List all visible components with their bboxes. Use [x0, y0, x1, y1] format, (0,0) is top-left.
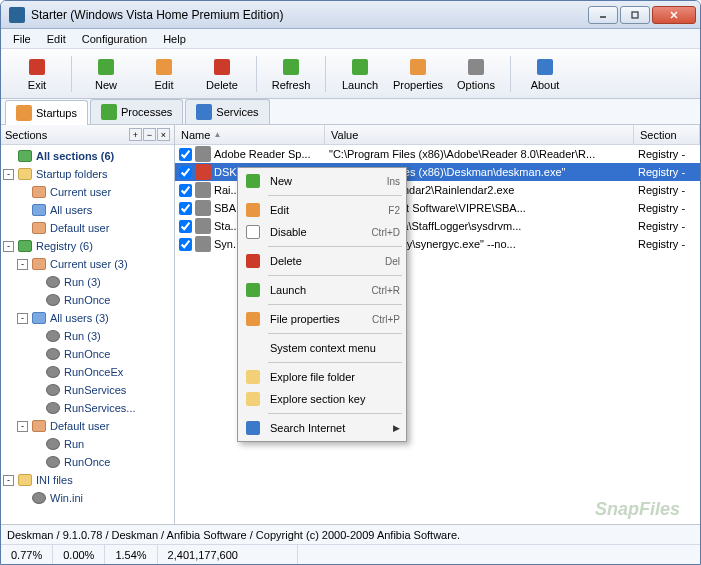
tree-node[interactable]: -Default user [3, 417, 172, 435]
list-row[interactable]: Adobe Reader Sp..."C:\Program Files (x86… [175, 145, 700, 163]
row-checkbox[interactable] [179, 184, 192, 197]
watermark-text: SnapFiles [595, 499, 680, 520]
maximize-button[interactable] [620, 6, 650, 24]
collapse-all-button[interactable]: − [143, 128, 156, 141]
gear-icon [45, 383, 61, 397]
tool-label: Edit [155, 79, 174, 91]
close-button[interactable] [652, 6, 696, 24]
tree-node[interactable]: Run (3) [3, 327, 172, 345]
tree-node[interactable]: -Registry (6) [3, 237, 172, 255]
tab-startups[interactable]: Startups [5, 100, 88, 125]
sections-header: Sections + − × [1, 125, 174, 145]
tool-delete[interactable]: Delete [194, 52, 250, 96]
ctx-launch[interactable]: LaunchCtrl+R [240, 279, 404, 301]
expand-all-button[interactable]: + [129, 128, 142, 141]
tree-toggle-icon[interactable]: - [3, 241, 14, 252]
col-value[interactable]: Value [325, 125, 634, 144]
close-panel-button[interactable]: × [157, 128, 170, 141]
col-section[interactable]: Section [634, 125, 700, 144]
tool-launch[interactable]: Launch [332, 52, 388, 96]
row-checkbox[interactable] [179, 148, 192, 161]
tree-node[interactable]: RunOnce [3, 291, 172, 309]
ctx-explore-section-key[interactable]: Explore section key [240, 388, 404, 410]
menu-separator [268, 333, 402, 334]
main-area: Sections + − × All sections (6)-Startup … [1, 125, 700, 524]
tree-node[interactable]: RunOnce [3, 345, 172, 363]
ctx-label: Disable [270, 226, 371, 238]
ctx-file-properties[interactable]: File propertiesCtrl+P [240, 308, 404, 330]
row-value: "C:\Program Files (x86)\Adobe\Reader 8.0… [325, 148, 634, 160]
tree-node[interactable]: Win.ini [3, 489, 172, 507]
meter-3: 1.54% [105, 545, 157, 564]
minimize-button[interactable] [588, 6, 618, 24]
tree-label: All users [50, 204, 92, 216]
tree-node[interactable]: Default user [3, 219, 172, 237]
tool-edit[interactable]: Edit [136, 52, 192, 96]
tree-node[interactable]: RunServices... [3, 399, 172, 417]
tree-node[interactable]: -Startup folders [3, 165, 172, 183]
list-body[interactable]: Adobe Reader Sp..."C:\Program Files (x86… [175, 145, 700, 524]
sections-title: Sections [5, 129, 129, 141]
ctx-system-context-menu[interactable]: System context menu [240, 337, 404, 359]
gear-icon [45, 293, 61, 307]
tree-label: RunOnce [64, 348, 110, 360]
tab-label: Startups [36, 107, 77, 119]
menu-configuration[interactable]: Configuration [74, 31, 155, 47]
ctx-new[interactable]: NewIns [240, 170, 404, 192]
user-icon [31, 419, 47, 433]
reg-icon [17, 239, 33, 253]
tree-toggle-icon[interactable]: - [3, 169, 14, 180]
tree-node[interactable]: All users [3, 201, 172, 219]
tool-options[interactable]: Options [448, 52, 504, 96]
tree-node[interactable]: -All users (3) [3, 309, 172, 327]
blue-icon [244, 419, 262, 437]
menu-help[interactable]: Help [155, 31, 194, 47]
col-name[interactable]: Name ▲ [175, 125, 325, 144]
tree-node[interactable]: Run (3) [3, 273, 172, 291]
row-section: Registry - [634, 220, 700, 232]
tree-node[interactable]: Run [3, 435, 172, 453]
titlebar[interactable]: Starter (Windows Vista Home Premium Edit… [1, 1, 700, 29]
status-bar-info: Deskman / 9.1.0.78 / Deskman / Anfibia S… [1, 524, 700, 544]
tree-node[interactable]: Current user [3, 183, 172, 201]
tab-services[interactable]: Services [185, 99, 269, 124]
tool-properties[interactable]: Properties [390, 52, 446, 96]
tree-node[interactable]: -INI files [3, 471, 172, 489]
tree-node[interactable]: RunOnceEx [3, 363, 172, 381]
tree-node[interactable]: -Current user (3) [3, 255, 172, 273]
gear-icon [45, 347, 61, 361]
tool-new[interactable]: New [78, 52, 134, 96]
tree-label: Run [64, 438, 84, 450]
tool-refresh[interactable]: Refresh [263, 52, 319, 96]
row-section: Registry - [634, 184, 700, 196]
sections-tree[interactable]: All sections (6)-Startup foldersCurrent … [1, 145, 174, 524]
tree-toggle-icon[interactable]: - [17, 313, 28, 324]
tree-label: Registry (6) [36, 240, 93, 252]
menu-edit[interactable]: Edit [39, 31, 74, 47]
tool-about[interactable]: About [517, 52, 573, 96]
tree-toggle-icon[interactable]: - [17, 259, 28, 270]
tree-node[interactable]: RunOnce [3, 453, 172, 471]
row-checkbox[interactable] [179, 166, 192, 179]
tree-node[interactable]: All sections (6) [3, 147, 172, 165]
tab-processes[interactable]: Processes [90, 99, 183, 124]
ctx-search-internet[interactable]: Search Internet▶ [240, 417, 404, 439]
tree-toggle-icon[interactable]: - [3, 475, 14, 486]
tool-exit[interactable]: Exit [9, 52, 65, 96]
ctx-explore-file-folder[interactable]: Explore file folder [240, 366, 404, 388]
ctx-label: Search Internet [270, 422, 393, 434]
app-item-icon [195, 164, 211, 180]
row-checkbox[interactable] [179, 202, 192, 215]
ctx-label: System context menu [270, 342, 400, 354]
row-checkbox[interactable] [179, 220, 192, 233]
ctx-edit[interactable]: EditF2 [240, 199, 404, 221]
ctx-disable[interactable]: DisableCtrl+D [240, 221, 404, 243]
startups-tab-icon [16, 105, 32, 121]
tree-node[interactable]: RunServices [3, 381, 172, 399]
ctx-delete[interactable]: DeleteDel [240, 250, 404, 272]
status-text: Deskman / 9.1.0.78 / Deskman / Anfibia S… [7, 529, 460, 541]
delete-icon [212, 57, 232, 77]
tree-toggle-icon[interactable]: - [17, 421, 28, 432]
menu-file[interactable]: File [5, 31, 39, 47]
row-checkbox[interactable] [179, 238, 192, 251]
